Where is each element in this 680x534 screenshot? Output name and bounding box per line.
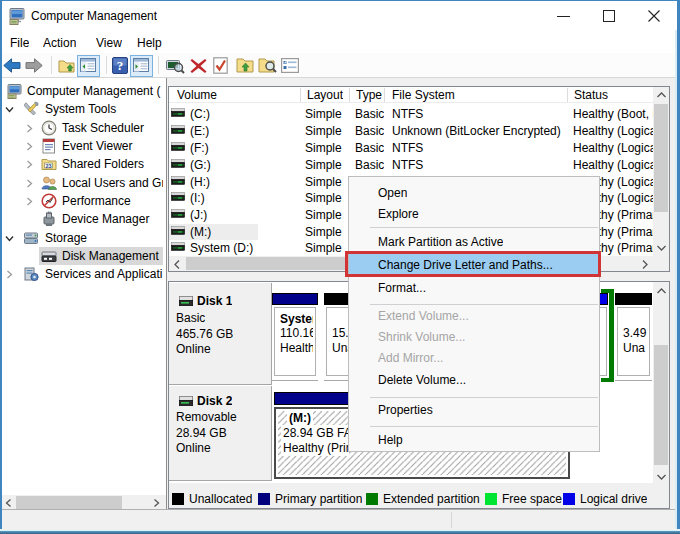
svg-text:23: 23 [45, 163, 51, 169]
svg-text:?: ? [117, 58, 124, 73]
